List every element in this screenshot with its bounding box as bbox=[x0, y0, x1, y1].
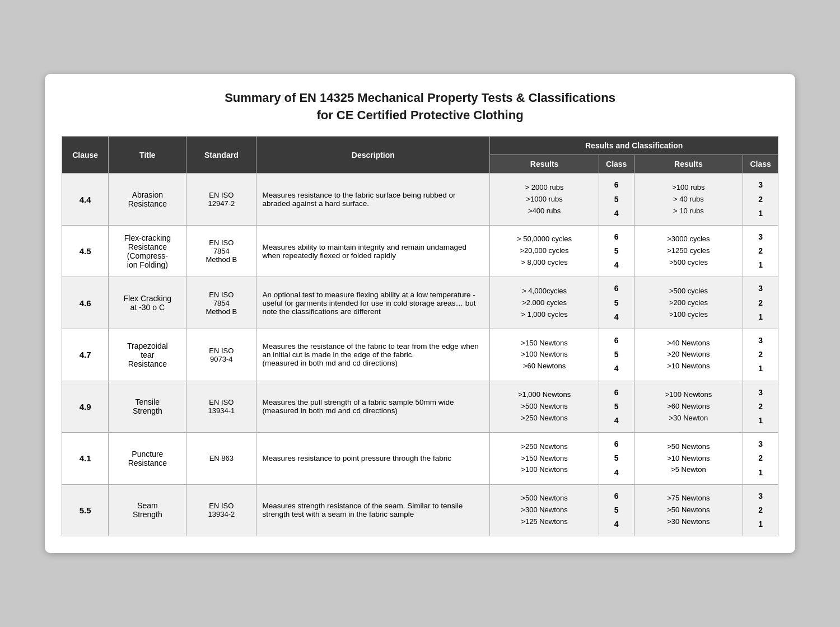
table-row: 4.9Tensile StrengthEN ISO 13934-1Measure… bbox=[62, 381, 778, 433]
header-sub-class1: Class bbox=[599, 155, 634, 174]
page-title: Summary of EN 14325 Mechanical Property … bbox=[62, 90, 778, 124]
cell-standard: EN ISO 7854 Method B bbox=[186, 225, 256, 277]
cell-description: An optional test to measure flexing abil… bbox=[256, 277, 490, 329]
cell-class1: 6 5 4 bbox=[599, 484, 634, 536]
cell-standard: EN ISO 13934-2 bbox=[186, 484, 256, 536]
cell-description: Measures resistance to point pressure th… bbox=[256, 433, 490, 485]
header-description: Description bbox=[256, 137, 490, 174]
cell-clause: 4.5 bbox=[62, 225, 109, 277]
cell-standard: EN 863 bbox=[186, 433, 256, 485]
header-clause: Clause bbox=[62, 137, 109, 174]
cell-standard: EN ISO 12947-2 bbox=[186, 174, 256, 226]
cell-title: Seam Strength bbox=[109, 484, 186, 536]
cell-class1: 6 5 4 bbox=[599, 433, 634, 485]
cell-class2: 3 2 1 bbox=[743, 484, 778, 536]
cell-results2: >500 cycles >200 cycles >100 cycles bbox=[634, 277, 743, 329]
cell-class2: 3 2 1 bbox=[743, 433, 778, 485]
cell-title: Puncture Resistance bbox=[109, 433, 186, 485]
header-sub-results1: Results bbox=[490, 155, 599, 174]
cell-clause: 4.4 bbox=[62, 174, 109, 226]
cell-title: Trapezoidal tear Resistance bbox=[109, 329, 186, 381]
cell-class1: 6 5 4 bbox=[599, 225, 634, 277]
main-card: Summary of EN 14325 Mechanical Property … bbox=[45, 74, 795, 554]
header-sub-class2: Class bbox=[743, 155, 778, 174]
header-results-classification: Results and Classification bbox=[490, 137, 778, 155]
cell-description: Measures ability to maintain integrity a… bbox=[256, 225, 490, 277]
cell-results2: >100 rubs > 40 rubs > 10 rubs bbox=[634, 174, 743, 226]
cell-title: Tensile Strength bbox=[109, 381, 186, 433]
cell-class1: 6 5 4 bbox=[599, 174, 634, 226]
cell-class1: 6 5 4 bbox=[599, 329, 634, 381]
cell-results2: >75 Newtons >50 Newtons >30 Newtons bbox=[634, 484, 743, 536]
cell-clause: 4.7 bbox=[62, 329, 109, 381]
cell-results1: >250 Newtons >150 Newtons >100 Newtons bbox=[490, 433, 599, 485]
cell-standard: EN ISO 13934-1 bbox=[186, 381, 256, 433]
cell-description: Measures the pull strength of a fabric s… bbox=[256, 381, 490, 433]
header-sub-results2: Results bbox=[634, 155, 743, 174]
cell-class2: 3 2 1 bbox=[743, 329, 778, 381]
table-row: 4.1Puncture ResistanceEN 863Measures res… bbox=[62, 433, 778, 485]
cell-class1: 6 5 4 bbox=[599, 381, 634, 433]
cell-description: Measures the resistance of the fabric to… bbox=[256, 329, 490, 381]
cell-description: Measures strength resistance of the seam… bbox=[256, 484, 490, 536]
cell-clause: 4.6 bbox=[62, 277, 109, 329]
cell-results1: > 2000 rubs >1000 rubs >400 rubs bbox=[490, 174, 599, 226]
cell-results2: >100 Newtons >60 Newtons >30 Newton bbox=[634, 381, 743, 433]
table-row: 4.5Flex-cracking Resistance (Compress- i… bbox=[62, 225, 778, 277]
cell-clause: 4.9 bbox=[62, 381, 109, 433]
cell-class2: 3 2 1 bbox=[743, 277, 778, 329]
cell-results1: >1,000 Newtons >500 Newtons >250 Newtons bbox=[490, 381, 599, 433]
cell-title: Flex-cracking Resistance (Compress- ion … bbox=[109, 225, 186, 277]
cell-standard: EN ISO 7854 Method B bbox=[186, 277, 256, 329]
cell-results2: >3000 cycles >1250 cycles >500 cycles bbox=[634, 225, 743, 277]
header-title: Title bbox=[109, 137, 186, 174]
cell-title: Flex Cracking at -30 o C bbox=[109, 277, 186, 329]
cell-results1: > 4,000cycles >2.000 cycles > 1,000 cycl… bbox=[490, 277, 599, 329]
cell-class2: 3 2 1 bbox=[743, 225, 778, 277]
table-row: 4.7Trapezoidal tear ResistanceEN ISO 907… bbox=[62, 329, 778, 381]
table-row: 4.6Flex Cracking at -30 o CEN ISO 7854 M… bbox=[62, 277, 778, 329]
header-standard: Standard bbox=[186, 137, 256, 174]
cell-standard: EN ISO 9073-4 bbox=[186, 329, 256, 381]
cell-class1: 6 5 4 bbox=[599, 277, 634, 329]
cell-results1: >150 Newtons >100 Newtons >60 Newtons bbox=[490, 329, 599, 381]
table-row: 5.5Seam StrengthEN ISO 13934-2Measures s… bbox=[62, 484, 778, 536]
cell-clause: 4.1 bbox=[62, 433, 109, 485]
cell-class2: 3 2 1 bbox=[743, 381, 778, 433]
cell-title: Abrasion Resistance bbox=[109, 174, 186, 226]
main-table: Clause Title Standard Description Result… bbox=[62, 136, 778, 536]
cell-clause: 5.5 bbox=[62, 484, 109, 536]
cell-results2: >50 Newtons >10 Newtons >5 Newton bbox=[634, 433, 743, 485]
cell-results2: >40 Newtons >20 Newtons >10 Newtons bbox=[634, 329, 743, 381]
cell-description: Measures resistance to the fabric surfac… bbox=[256, 174, 490, 226]
cell-results1: > 50,0000 cycles >20,000 cycles > 8,000 … bbox=[490, 225, 599, 277]
cell-results1: >500 Newtons >300 Newtons >125 Newtons bbox=[490, 484, 599, 536]
table-row: 4.4Abrasion ResistanceEN ISO 12947-2Meas… bbox=[62, 174, 778, 226]
cell-class2: 3 2 1 bbox=[743, 174, 778, 226]
